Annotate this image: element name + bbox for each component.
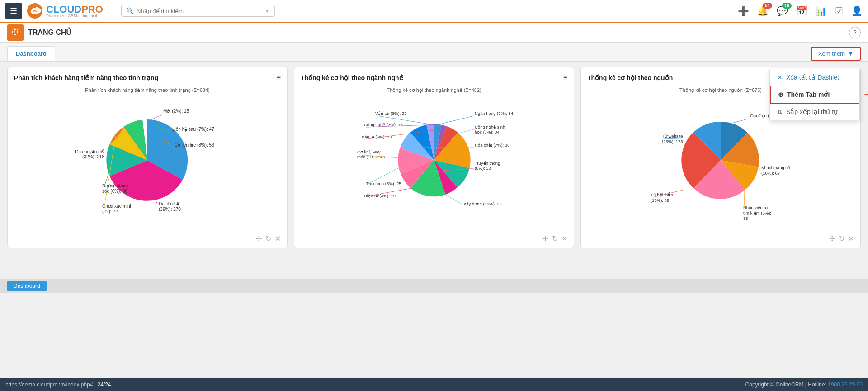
xoa-dashlet-label: Xóa tất cả Dashlet: [786, 74, 839, 81]
logo-tagline: Phần mềm CRM thông minh: [46, 14, 103, 18]
svg-text:Hóa chất (7%): 36: Hóa chất (7%): 36: [475, 143, 509, 148]
svg-line-51: [758, 167, 760, 170]
svg-line-5: [150, 115, 162, 120]
svg-text:Đã chuyển đổi: Đã chuyển đổi: [75, 149, 104, 154]
svg-text:Từ website: Từ website: [662, 134, 683, 138]
move-icon-3[interactable]: ✢: [829, 234, 835, 243]
dashlet-menu-icon-1[interactable]: ≡: [277, 74, 281, 82]
svg-text:Đã liên hệ: Đã liên hệ: [159, 201, 179, 206]
message-button[interactable]: 💬 10: [777, 5, 788, 16]
svg-text:(13%): 89: (13%): 89: [651, 198, 669, 203]
svg-text:Cơ khí, Máy: Cơ khí, Máy: [357, 149, 381, 154]
tab-dashboard[interactable]: Dashboard: [7, 46, 55, 61]
svg-text:học (7%): 34: học (7%): 34: [475, 129, 500, 134]
tabs-bar: Dashboard Xem thêm ▼: [0, 43, 868, 62]
xem-them-button[interactable]: Xem thêm ▼: [811, 47, 861, 61]
svg-text:(32%): 218: (32%): 218: [82, 154, 104, 159]
dashlet-card-1: Phân tích khách hàng tiềm năng theo tình…: [7, 67, 288, 248]
svg-text:Vận tải (6%): 27: Vận tải (6%): 27: [375, 111, 407, 116]
logo-icon: [26, 2, 43, 19]
them-tab-label: Thêm Tab mới: [787, 91, 830, 98]
add-icon: ➕: [738, 6, 749, 16]
svg-line-33: [439, 116, 474, 124]
tab-dashboard-label: Dashboard: [16, 50, 47, 57]
refresh-icon-2[interactable]: ↻: [552, 234, 558, 243]
svg-text:Tài chính (5%): 25: Tài chính (5%): 25: [366, 181, 401, 186]
svg-text:(??): ??: (??): ??: [102, 209, 118, 214]
xem-them-label: Xem thêm: [818, 50, 845, 57]
chart-subtitle-3: Thống kê cơ hội theo nguồn (Σ=675): [679, 87, 762, 93]
bottom-tabs: Dashboard: [0, 279, 868, 293]
xoa-icon: ✕: [777, 74, 783, 81]
svg-text:Nhân viên tự: Nhân viên tự: [743, 205, 768, 210]
chart-area-1: Phân tích khách hàng tiềm năng theo tình…: [14, 87, 281, 224]
dashlet-menu-icon-2[interactable]: ≡: [563, 74, 567, 82]
svg-text:Có liên lạc (8%): 56: Có liên lạc (8%): 56: [175, 143, 214, 148]
chart-area-2: Thống kê cơ hội theo ngành nghề (Σ=482): [301, 87, 567, 224]
search-input[interactable]: [137, 8, 264, 14]
breadcrumb-bar: ⏱ TRANG CHỦ ?: [0, 23, 868, 43]
svg-text:(10%): 67: (10%): 67: [761, 171, 780, 176]
logo-area: CLOUD PRO Phần mềm CRM thông minh: [26, 2, 103, 19]
help-button[interactable]: ?: [849, 27, 861, 38]
check-icon: ☑: [835, 6, 843, 16]
dashlets-row: Phân tích khách hàng tiềm năng theo tình…: [7, 67, 861, 248]
svg-line-43: [445, 195, 462, 205]
add-button[interactable]: ➕: [738, 5, 749, 16]
logo-text: CLOUD PRO Phần mềm CRM thông minh: [46, 4, 103, 18]
search-bar[interactable]: 🔍 ▼: [121, 5, 275, 17]
dashlet-actions-1: ✢ ↻ ✕: [256, 234, 281, 243]
dashlet-actions-2: ✢ ↻ ✕: [542, 234, 567, 243]
red-arrow-icon: ➜: [864, 88, 868, 101]
dashlets-area: Phân tích khách hàng tiềm năng theo tình…: [0, 62, 868, 279]
dashlet-title-1: Phân tích khách hàng tiềm năng theo tình…: [14, 74, 281, 83]
them-tab-button[interactable]: ⊕ Thêm Tab mới ➜: [770, 86, 859, 104]
pie-chart-1: Đã chuyển đổi (32%): 218 Mới (2%): 15 Li…: [71, 97, 224, 224]
chart-subtitle-1: Phân tích khách hàng tiềm năng theo tình…: [85, 87, 210, 93]
close-icon-1[interactable]: ✕: [275, 234, 281, 243]
notification-badge: 51: [763, 3, 772, 9]
notification-button[interactable]: 🔔 51: [757, 5, 769, 16]
dashlet-card-2: Thống kê cơ hội theo ngành nghề ≡ Thống …: [294, 67, 574, 248]
hamburger-button[interactable]: ☰: [5, 3, 22, 19]
svg-text:Công nghệ sinh: Công nghệ sinh: [475, 124, 505, 129]
search-icon: 🔍: [126, 7, 134, 14]
close-icon-2[interactable]: ✕: [561, 234, 567, 243]
message-badge: 10: [782, 3, 792, 9]
refresh-icon-3[interactable]: ↻: [839, 234, 844, 243]
svg-line-36: [459, 129, 474, 133]
dashlet-title-2: Thống kê cơ hội theo ngành nghề: [301, 74, 567, 83]
svg-line-48: [732, 119, 749, 123]
close-icon-3[interactable]: ✕: [848, 234, 854, 243]
user-icon: 👤: [851, 6, 863, 16]
sapxep-button[interactable]: ⇅ Sắp xếp lại thứ tự: [770, 104, 859, 120]
dropdown-menu: ✕ Xóa tất cả Dashlet ⊕ Thêm Tab mới ➜ ⇅ …: [769, 69, 860, 120]
sapxep-icon: ⇅: [777, 108, 783, 115]
user-profile-button[interactable]: 👤: [851, 5, 863, 16]
svg-text:Ngân hàng (7%): 34: Ngân hàng (7%): 34: [475, 111, 513, 116]
svg-text:Xây dựng (12%): 56: Xây dựng (12%): 56: [463, 201, 502, 206]
home-icon: ⏱: [11, 28, 19, 37]
svg-text:tìm kiếm (5%):: tìm kiếm (5%):: [743, 210, 771, 215]
search-dropdown-arrow[interactable]: ▼: [264, 8, 270, 14]
bottom-tab-item[interactable]: Dashboard: [7, 281, 47, 291]
svg-text:Ngừng chăm: Ngừng chăm: [102, 183, 128, 188]
top-navigation: ☰ CLOUD PRO Phần mềm CRM thông minh 🔍 ▼ …: [0, 0, 868, 23]
svg-text:(6%): 30: (6%): 30: [475, 166, 491, 171]
calendar-icon: 📅: [796, 6, 807, 16]
svg-text:Liên hệ sau (7%): 47: Liên hệ sau (7%): 47: [172, 127, 214, 132]
plus-icon: ⊕: [778, 91, 783, 98]
move-icon-2[interactable]: ✢: [542, 234, 548, 243]
tasks-button[interactable]: ☑: [835, 5, 843, 16]
calendar-button[interactable]: 📅: [796, 5, 807, 16]
move-icon-1[interactable]: ✢: [256, 234, 262, 243]
page-title: TRANG CHỦ: [28, 28, 71, 37]
xoa-dashlet-button[interactable]: ✕ Xóa tất cả Dashlet: [770, 69, 859, 86]
svg-text:(39%): 270: (39%): 270: [159, 207, 181, 212]
refresh-icon-1[interactable]: ↻: [265, 234, 271, 243]
help-icon: ?: [853, 29, 856, 36]
pie-chart-2: Vận tải (6%): 27 Công nghệ (3%): 16 Bán …: [339, 97, 529, 224]
svg-text:sóc (6%): 38: sóc (6%): 38: [102, 189, 128, 194]
svg-text:Bán lẻ (5%): 23: Bán lẻ (5%): 23: [362, 134, 392, 139]
chart-button[interactable]: 📊: [816, 5, 827, 16]
